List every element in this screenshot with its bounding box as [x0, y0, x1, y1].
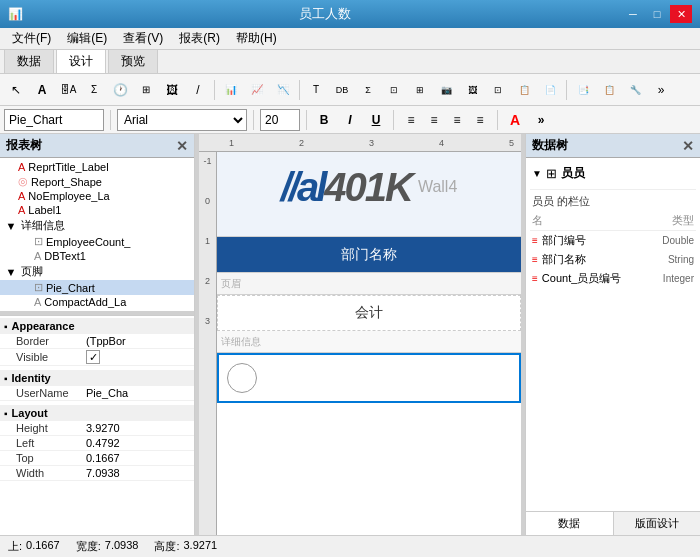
tree-item[interactable]: A CompactAdd_La: [0, 295, 194, 309]
username-value[interactable]: Pie_Cha: [86, 387, 190, 399]
expand-icon[interactable]: ▼: [4, 266, 18, 278]
data-tree-close[interactable]: ✕: [682, 138, 694, 154]
status-width: 宽度: 7.0938: [76, 539, 139, 554]
appearance-section-header[interactable]: ▪ Appearance: [0, 318, 194, 334]
width-label: 宽度:: [76, 539, 101, 554]
italic-button[interactable]: I: [339, 109, 361, 131]
tree-item[interactable]: ◎ Report_Shape: [0, 174, 194, 189]
maximize-button[interactable]: □: [646, 5, 668, 23]
menu-file[interactable]: 文件(F): [4, 28, 59, 49]
menu-view[interactable]: 查看(V): [115, 28, 171, 49]
shape-icon: ◎: [18, 175, 28, 188]
dataset-node[interactable]: ▼ ⊞ 员员: [530, 162, 696, 185]
menu-report[interactable]: 报表(R): [171, 28, 228, 49]
expand-icon[interactable]: ▼: [4, 220, 18, 232]
align-left[interactable]: ≡: [400, 109, 422, 131]
visible-checkbox[interactable]: ✓: [86, 350, 100, 364]
canvas-scroll[interactable]: -1 0 1 2 3 //al 401K Wall4 部门名称: [199, 152, 521, 535]
tool4[interactable]: 📷: [434, 78, 458, 102]
tree-item[interactable]: A NoEmployee_La: [0, 189, 194, 203]
top-value[interactable]: 0.1667: [86, 452, 190, 464]
vertical-ruler: -1 0 1 2 3: [199, 152, 217, 535]
underline-button[interactable]: U: [365, 109, 387, 131]
expand-btn2[interactable]: »: [530, 109, 552, 131]
height-value[interactable]: 3.9270: [86, 422, 190, 434]
detail-content-band[interactable]: [217, 353, 521, 403]
field-dept-num[interactable]: ≡ 部门编号 Double: [530, 231, 696, 250]
close-button[interactable]: ✕: [670, 5, 692, 23]
tree-section-footer[interactable]: ▼ 页脚: [0, 263, 194, 280]
left-value[interactable]: 0.4792: [86, 437, 190, 449]
visible-value[interactable]: ✓: [86, 350, 190, 364]
tab-design[interactable]: 设计: [56, 49, 106, 73]
cursor-tool[interactable]: ↖: [4, 78, 28, 102]
tree-item[interactable]: A ReprtTitle_Label: [0, 160, 194, 174]
window-title: 员工人数: [28, 5, 622, 23]
line-tool[interactable]: /: [186, 78, 210, 102]
width-value[interactable]: 7.0938: [86, 467, 190, 479]
tree-item-pie-chart[interactable]: ⊡ Pie_Chart: [0, 280, 194, 295]
right-panel: 数据树 ✕ ▼ ⊞ 员员 员员 的栏位 名 类型 ≡ 部门编号 Double: [525, 134, 700, 535]
dataset-expand: ▼: [532, 168, 542, 179]
font-color[interactable]: A: [504, 109, 526, 131]
label-icon: A: [18, 161, 25, 173]
border-value[interactable]: (TppBor: [86, 335, 190, 347]
width-label: Width: [16, 467, 86, 479]
field-dept-name[interactable]: ≡ 部门名称 String: [530, 250, 696, 269]
identity-section-header[interactable]: ▪ Identity: [0, 370, 194, 386]
image-tool[interactable]: 🖼: [160, 78, 184, 102]
tool10[interactable]: 📋: [597, 78, 621, 102]
tree-item[interactable]: ⊡ EmployeeCount_: [0, 234, 194, 249]
logo-401k: 401K: [324, 165, 412, 210]
pie-chart-placeholder[interactable]: [227, 363, 257, 393]
bold-button[interactable]: B: [313, 109, 335, 131]
chart-other[interactable]: 📉: [271, 78, 295, 102]
db-field[interactable]: DB: [330, 78, 354, 102]
tool1[interactable]: Σ: [356, 78, 380, 102]
field-count[interactable]: ≡ Count_员员编号 Integer: [530, 269, 696, 288]
accounting-band: 会计: [217, 295, 521, 331]
tab-layout-bottom[interactable]: 版面设计: [614, 512, 701, 535]
minimize-button[interactable]: ─: [622, 5, 644, 23]
grid-icon: ⊞: [546, 166, 557, 181]
chart-icon: ⊡: [34, 235, 43, 248]
tool8[interactable]: 📄: [538, 78, 562, 102]
menu-help[interactable]: 帮助(H): [228, 28, 285, 49]
appearance-label: Appearance: [12, 320, 75, 332]
text-tool2[interactable]: T: [304, 78, 328, 102]
tree-item[interactable]: A Label1: [0, 203, 194, 217]
align-justify[interactable]: ≡: [469, 109, 491, 131]
tool6[interactable]: ⊡: [486, 78, 510, 102]
tab-data-bottom[interactable]: 数据: [526, 512, 614, 535]
clock-tool[interactable]: 🕐: [108, 78, 132, 102]
font-select[interactable]: Arial: [117, 109, 247, 131]
tool5[interactable]: 🖼: [460, 78, 484, 102]
tree-section-detail[interactable]: ▼ 详细信息: [0, 217, 194, 234]
report-tree-close[interactable]: ✕: [176, 138, 188, 154]
tool7[interactable]: 📋: [512, 78, 536, 102]
calc-tool[interactable]: Σ: [82, 78, 106, 102]
data-tree-header: 数据树 ✕: [526, 134, 700, 158]
db-text-tool[interactable]: 🗄A: [56, 78, 80, 102]
tab-data[interactable]: 数据: [4, 49, 54, 73]
tool11[interactable]: 🔧: [623, 78, 647, 102]
field-type: Integer: [663, 273, 694, 284]
name-box[interactable]: [4, 109, 104, 131]
tool2[interactable]: ⊡: [382, 78, 406, 102]
chart-line[interactable]: 📈: [245, 78, 269, 102]
text-tool[interactable]: A: [30, 78, 54, 102]
expand-btn[interactable]: »: [649, 78, 673, 102]
font-size-input[interactable]: [260, 109, 300, 131]
tab-preview[interactable]: 预览: [108, 49, 158, 73]
table-tool[interactable]: ⊞: [134, 78, 158, 102]
layout-section-header[interactable]: ▪ Layout: [0, 405, 194, 421]
align-right[interactable]: ≡: [446, 109, 468, 131]
field-type: Double: [662, 235, 694, 246]
tool3[interactable]: ⊞: [408, 78, 432, 102]
align-center[interactable]: ≡: [423, 109, 445, 131]
menu-edit[interactable]: 编辑(E): [59, 28, 115, 49]
tool9[interactable]: 📑: [571, 78, 595, 102]
properties-panel: ▪ Appearance Border (TppBor Visible ✓ ▪: [0, 315, 194, 535]
chart-bar[interactable]: 📊: [219, 78, 243, 102]
tree-item[interactable]: A DBText1: [0, 249, 194, 263]
